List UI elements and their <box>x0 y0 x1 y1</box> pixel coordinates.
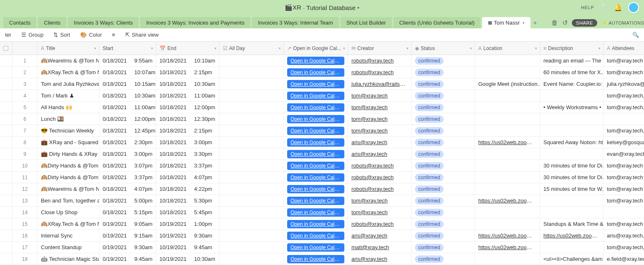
cell-location[interactable]: https://us02web.zoom.u... <box>475 230 540 241</box>
cell-open[interactable]: Open in Google Cale... <box>284 172 348 183</box>
select-all-header[interactable] <box>0 42 13 55</box>
cell-end[interactable]: 10/18/202112:30pm <box>156 113 220 125</box>
tab-invoices-3-ways-invoices-and-payments[interactable]: Invoices 3 Ways: Invoices and Payments <box>140 17 250 28</box>
cell-open[interactable]: Open in Google Cale... <box>284 90 348 101</box>
cell-start[interactable]: 0/19/20219:15am <box>99 230 156 241</box>
automations-button[interactable]: ⚡AUTOMATIONS <box>601 20 644 25</box>
cell-allday[interactable] <box>220 253 284 265</box>
cell-end[interactable]: 10/18/20213:00pm <box>156 137 220 148</box>
tab-invoices-3-ways-internal-team[interactable]: Invoices 3 Ways: Internal Team <box>252 17 339 28</box>
cell-open[interactable]: Open in Google Cale... <box>284 230 348 241</box>
row-select[interactable] <box>0 67 13 78</box>
table-row[interactable]: 8💼 XRay and - Squared ...0/18/20212:30pm… <box>0 137 644 148</box>
cell-open[interactable]: Open in Google Cale... <box>284 148 348 160</box>
cell-attendees[interactable]: tom@xray.tech, m <box>604 90 644 101</box>
cell-location[interactable] <box>475 125 540 136</box>
cell-status[interactable]: confirmed <box>412 137 475 148</box>
open-calendar-button[interactable]: Open in Google Cale... <box>287 243 344 252</box>
search-button[interactable]: 🔍 <box>632 32 639 38</box>
col-location[interactable]: ALocation▾ <box>475 42 540 55</box>
share-button[interactable]: SHARE <box>572 19 597 27</box>
cell-creator[interactable]: robots@xray.tech <box>348 160 412 171</box>
tab-clients-unito-gsheets-tutorial-[interactable]: Clients (Unito Gsheets Tutorial) <box>394 17 481 28</box>
cell-end[interactable]: 10/18/20213:30pm <box>156 148 220 160</box>
cell-start[interactable]: 0/18/20219:55am <box>99 55 156 66</box>
cell-location[interactable] <box>475 183 540 195</box>
cell-open[interactable]: Open in Google Cale... <box>284 137 348 148</box>
cell-attendees[interactable]: aris@xray.tech, ka <box>604 230 644 241</box>
cell-creator[interactable]: tom@xray.tech <box>348 90 412 101</box>
table-row[interactable]: 15🙉XRay.Tech & @Tom N...0/19/20219:05am1… <box>0 218 644 230</box>
cell-attendees[interactable]: tom@xray.tech <box>604 67 644 78</box>
cell-creator[interactable]: matt@xray.tech <box>348 242 412 253</box>
open-calendar-button[interactable]: Open in Google Cale... <box>287 138 344 147</box>
cell-attendees[interactable]: tom@xray.tech, te <box>604 125 644 136</box>
cell-end[interactable]: 10/18/20214:07pm <box>156 172 220 183</box>
cell-open[interactable]: Open in Google Cale... <box>284 113 348 125</box>
cell-title[interactable]: 🙉Dirty Hands & @Tom ... <box>38 160 99 171</box>
cell-start[interactable]: 0/18/202110:15am <box>99 78 156 90</box>
row-select[interactable] <box>0 207 13 218</box>
table-row[interactable]: 5All Hands 🙌0/18/202111:00am10/18/202112… <box>0 102 644 113</box>
cell-location[interactable]: https://us02web.zoom.u... <box>475 195 540 206</box>
cell-title[interactable]: 💼 Dirty Hands & XRay <box>38 148 99 160</box>
col-status[interactable]: ◉Status▾ <box>412 42 475 55</box>
cell-title[interactable]: 🙉Wearelms & @Tom Na... <box>38 55 99 66</box>
cell-attendees[interactable]: tom@xray.tech <box>604 172 644 183</box>
cell-status[interactable]: confirmed <box>412 207 475 218</box>
cell-creator[interactable]: robots@xray.tech <box>348 67 412 78</box>
cell-allday[interactable] <box>220 113 284 125</box>
cell-open[interactable]: Open in Google Cale... <box>284 218 348 230</box>
cell-location[interactable]: Google Meet (instruction... <box>475 78 540 90</box>
cell-location[interactable] <box>475 55 540 66</box>
col-description[interactable]: ≡Description▾ <box>540 42 604 55</box>
cell-start[interactable]: 0/18/20212:30pm <box>99 137 156 148</box>
cell-description[interactable]: • Weekly Workstreams • ... <box>540 102 604 113</box>
cell-end[interactable]: 10/18/202110:30am <box>156 78 220 90</box>
cell-allday[interactable] <box>220 172 284 183</box>
cell-open[interactable]: Open in Google Cale... <box>284 195 348 206</box>
table-row[interactable]: 12🙉Wearelms & @Tom Na...0/18/20214:07pm1… <box>0 183 644 195</box>
cell-start[interactable]: 0/18/202110:07am <box>99 67 156 78</box>
cell-open[interactable]: Open in Google Cale... <box>284 183 348 195</box>
filter-button[interactable]: ter <box>5 32 11 38</box>
row-select[interactable] <box>0 148 13 160</box>
cell-open[interactable]: Open in Google Cale... <box>284 125 348 136</box>
table-row[interactable]: 4Tom / Mark ♟0/18/202110:30am10/18/20211… <box>0 90 644 102</box>
cell-description[interactable]: Squared Away Notion: ht... <box>540 137 604 148</box>
color-button[interactable]: 🎨Color <box>80 32 102 38</box>
cell-attendees[interactable]: tom@xray.tech <box>604 195 644 206</box>
cell-title[interactable]: 🙉XRay.Tech & @Tom N... <box>38 67 99 78</box>
open-calendar-button[interactable]: Open in Google Cale... <box>287 57 344 65</box>
cell-attendees[interactable]: evan@xray.tech, t <box>604 148 644 160</box>
cell-title[interactable]: Lunch 🍱 <box>38 113 99 125</box>
cell-start[interactable]: 0/19/20219:45am <box>99 253 156 265</box>
tab-contacts[interactable]: Contacts <box>3 17 36 28</box>
table-row[interactable]: 1🙉Wearelms & @Tom Na...0/18/20219:55am10… <box>0 55 644 67</box>
row-select[interactable] <box>0 78 13 90</box>
cell-location[interactable]: https://us02web.zoom.u... <box>475 242 540 253</box>
row-height-button[interactable]: ≡ <box>112 32 115 38</box>
cell-description[interactable]: https://us02web.zoom.u... <box>540 230 604 241</box>
sort-button[interactable]: ⇅Sort <box>53 32 70 38</box>
open-calendar-button[interactable]: Open in Google Cale... <box>287 197 344 205</box>
row-select[interactable] <box>0 218 13 230</box>
cell-allday[interactable] <box>220 125 284 136</box>
open-calendar-button[interactable]: Open in Google Cale... <box>287 232 344 240</box>
cell-open[interactable]: Open in Google Cale... <box>284 253 348 265</box>
table-row[interactable]: 18🤖 Technician Magic Sta...0/19/20219:45… <box>0 253 644 265</box>
cell-title[interactable]: 💼 XRay and - Squared ... <box>38 137 99 148</box>
row-select[interactable] <box>0 113 13 125</box>
cell-description[interactable]: 15 minutes of time for W... <box>540 183 604 195</box>
table-row[interactable]: 13Ben and Tom, together a...0/18/20215:0… <box>0 195 644 207</box>
cell-status[interactable]: confirmed <box>412 102 475 113</box>
cell-location[interactable] <box>475 218 540 230</box>
cell-title[interactable]: Content Standup <box>38 242 99 253</box>
row-select[interactable] <box>0 242 13 253</box>
cell-description[interactable]: Standups & Mark Time &... <box>540 218 604 230</box>
cell-allday[interactable] <box>220 67 284 78</box>
cell-start[interactable]: 0/19/20219:30am <box>99 242 156 253</box>
cell-status[interactable]: confirmed <box>412 230 475 241</box>
cell-description[interactable] <box>540 148 604 160</box>
tab-shot-list-builder[interactable]: Shot List Builder <box>341 17 392 28</box>
